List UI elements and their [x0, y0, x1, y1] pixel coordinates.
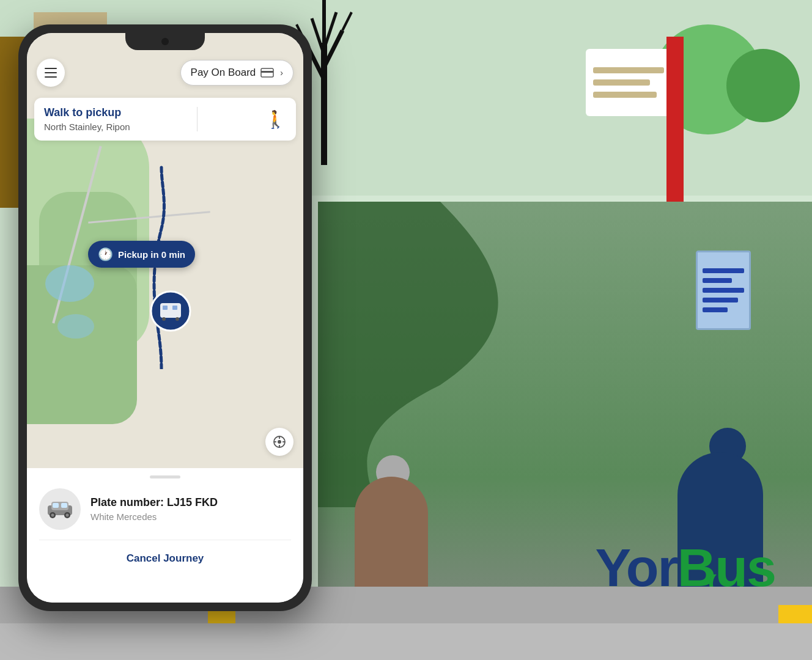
sign-line-2: [593, 79, 650, 86]
svg-line-7: [342, 12, 352, 31]
bus-curve-svg: [318, 202, 563, 507]
sign-line-3: [593, 92, 657, 98]
phone-outer-shell: 🕐 Pickup in 0 min Pay On Board: [18, 24, 312, 611]
pickup-time-bubble: 🕐 Pickup in 0 min: [88, 241, 195, 268]
menu-line-2: [45, 72, 57, 73]
walk-icon: 🚶: [265, 109, 286, 130]
phone-notch: [125, 33, 205, 50]
bus-screen-line-2: [703, 278, 732, 283]
bus-screen-line-5: [703, 307, 728, 312]
card-icon: [260, 68, 274, 78]
plate-number-label: Plate number: LJ15 FKD: [90, 496, 218, 509]
drag-handle: [150, 475, 180, 479]
bg-tree-far-right: [726, 49, 800, 122]
svg-rect-13: [172, 306, 177, 310]
phone-topbar: Pay On Board ›: [27, 51, 303, 94]
bus-screen-line-3: [703, 288, 744, 293]
vehicle-description: White Mercedes: [90, 512, 218, 522]
chevron-right-icon: ›: [280, 68, 283, 78]
menu-button[interactable]: [37, 59, 65, 87]
bottom-info-panel: Plate number: LJ15 FKD White Mercedes Ca…: [27, 468, 303, 603]
walk-to-pickup-card: Walk to pickup North Stainley, Ripon 🚶: [34, 98, 296, 141]
yellow-rect-right: [778, 605, 812, 623]
walk-title: Walk to pickup: [44, 106, 130, 119]
svg-rect-26: [53, 503, 59, 508]
bg-sign-board: [586, 49, 671, 116]
svg-point-19: [278, 440, 281, 444]
svg-rect-17: [261, 71, 273, 73]
map-bus-icon: [149, 290, 192, 332]
svg-point-15: [175, 317, 179, 321]
bg-red-pole: [666, 37, 684, 208]
car-avatar: [39, 488, 81, 530]
location-button[interactable]: [265, 428, 293, 456]
walk-info: Walk to pickup North Stainley, Ripon: [44, 106, 130, 132]
svg-rect-11: [160, 303, 181, 318]
phone-screen: 🕐 Pickup in 0 min Pay On Board: [27, 33, 303, 603]
notch-camera: [161, 38, 169, 45]
sign-line-1: [593, 67, 664, 73]
walk-subtitle: North Stainley, Ripon: [44, 122, 130, 132]
clock-icon: 🕐: [98, 247, 113, 262]
bg-sidewalk: [0, 623, 812, 660]
map-water-1: [45, 265, 94, 302]
cancel-journey-button[interactable]: Cancel Journey: [39, 548, 291, 570]
panel-divider: [39, 540, 291, 540]
menu-line-3: [45, 76, 57, 78]
map-water-2: [57, 314, 94, 339]
bus-screen-line-4: [703, 298, 738, 302]
vehicle-details: Plate number: LJ15 FKD White Mercedes: [90, 496, 218, 522]
menu-line-1: [45, 68, 57, 69]
phone-mockup: 🕐 Pickup in 0 min Pay On Board: [18, 24, 312, 611]
pay-on-board-button[interactable]: Pay On Board ›: [180, 60, 293, 86]
bus-screen: [696, 251, 751, 330]
svg-point-30: [51, 514, 54, 517]
vehicle-info: Plate number: LJ15 FKD White Mercedes: [39, 488, 291, 530]
svg-point-14: [162, 317, 166, 321]
svg-rect-27: [61, 503, 67, 508]
pay-on-board-label: Pay On Board: [191, 67, 256, 79]
bus-screen-line-1: [703, 268, 744, 273]
svg-point-31: [66, 514, 69, 517]
walk-card-divider: [197, 107, 197, 131]
svg-rect-12: [163, 306, 168, 310]
pickup-label: Pickup in 0 min: [118, 249, 185, 260]
